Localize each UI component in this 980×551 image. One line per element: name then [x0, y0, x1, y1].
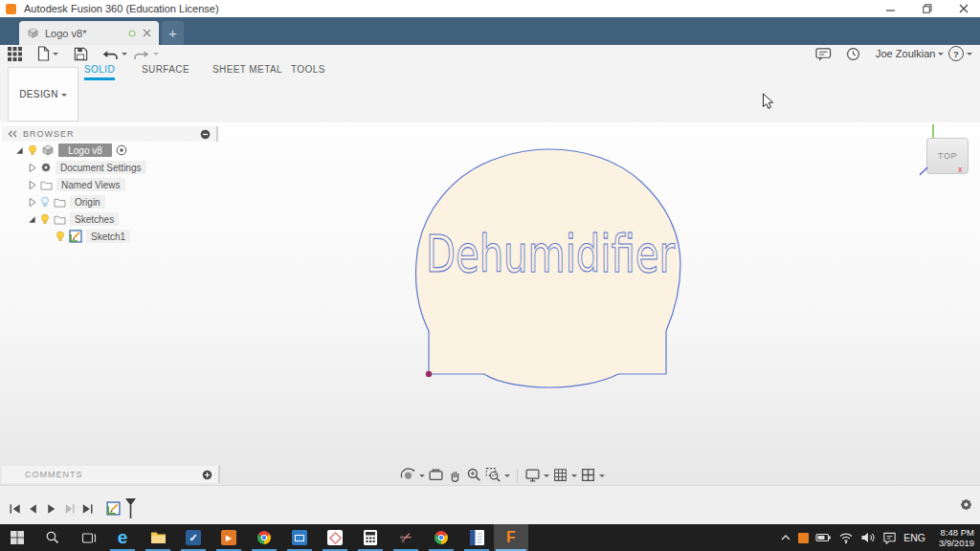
tray-language-indicator[interactable]: ENG — [903, 532, 925, 543]
tree-item-label[interactable]: Sketches — [70, 212, 119, 226]
timeline-bar — [0, 485, 980, 525]
taskbar-app-media[interactable]: ▶ — [212, 524, 246, 551]
timeline-feature-sketch1[interactable] — [106, 501, 121, 516]
visibility-bulb-on-icon[interactable] — [40, 213, 50, 226]
sketch-origin-point[interactable] — [426, 371, 432, 377]
start-button[interactable] — [0, 524, 34, 551]
tree-item-origin[interactable]: Origin — [2, 193, 218, 210]
taskbar-app-file-explorer[interactable] — [141, 524, 175, 551]
tree-item-label[interactable]: Origin — [70, 195, 105, 209]
navbar-divider — [517, 469, 518, 482]
tab-sheet-metal[interactable]: SHEET METAL — [212, 64, 282, 77]
redo-button[interactable] — [133, 46, 159, 61]
tree-item-document-settings[interactable]: Document Settings — [2, 159, 218, 176]
tree-item-label[interactable]: Document Settings — [56, 161, 146, 174]
grid-snap-tool[interactable] — [552, 467, 577, 483]
help-menu[interactable]: ? — [948, 46, 972, 61]
taskbar-app-calculator[interactable] — [353, 524, 388, 551]
taskbar-app-fusion360[interactable]: F — [494, 524, 528, 551]
close-button[interactable] — [949, 0, 978, 17]
document-tab-bar: Logo v8* + — [0, 17, 980, 45]
feedback-icon[interactable] — [815, 46, 832, 61]
orbit-tool[interactable] — [400, 467, 425, 483]
tray-fusion-icon[interactable] — [798, 533, 809, 543]
undo-button[interactable] — [101, 46, 127, 61]
sketch-text[interactable]: Dehumidifier — [426, 224, 676, 284]
expand-icon[interactable] — [15, 146, 24, 155]
tray-action-center-icon[interactable] — [882, 531, 897, 544]
job-status-clock-icon[interactable] — [846, 46, 860, 61]
tree-item-root[interactable]: Logo v8 — [2, 142, 218, 159]
collapse-icon[interactable] — [28, 163, 36, 173]
tray-wifi-icon[interactable] — [838, 531, 854, 544]
display-settings-tool[interactable] — [524, 467, 549, 483]
activate-component-radio[interactable] — [116, 144, 127, 156]
taskbar-app-snipping-tool[interactable]: ✂ — [389, 524, 423, 551]
collapse-icon[interactable] — [28, 197, 36, 208]
taskbar-app-document[interactable] — [459, 524, 494, 551]
document-tab[interactable]: Logo v8* — [19, 21, 159, 45]
viewports-tool[interactable] — [580, 467, 605, 483]
user-account-menu[interactable]: Joe Zoulkian — [876, 46, 944, 61]
tree-item-label[interactable]: Logo v8 — [58, 143, 112, 157]
tray-clock[interactable]: 8:48 PM 3/9/2019 — [932, 527, 974, 548]
taskbar-app-check[interactable]: ✓ — [176, 524, 211, 551]
file-menu-caret — [53, 53, 58, 58]
panel-options-icon[interactable] — [200, 129, 211, 140]
save-button[interactable] — [74, 46, 88, 61]
taskbar-app-brackets[interactable] — [282, 524, 317, 551]
expand-icon[interactable] — [28, 215, 36, 224]
tab-surface[interactable]: SURFACE — [142, 64, 189, 77]
tree-item-label[interactable]: Named Views — [56, 178, 125, 191]
redo-caret[interactable] — [153, 53, 159, 58]
tree-item-sketch1[interactable]: Sketch1 — [2, 228, 218, 245]
taskbar-search-icon[interactable] — [35, 524, 70, 551]
tray-date: 3/9/2019 — [939, 538, 974, 548]
undo-caret[interactable] — [122, 53, 127, 58]
tab-solid[interactable]: SOLID — [84, 64, 115, 80]
help-icon: ? — [948, 46, 964, 61]
collapse-panel-icon[interactable] — [8, 130, 17, 138]
workspace-selector[interactable]: DESIGN — [8, 67, 78, 121]
look-at-tool[interactable] — [428, 467, 444, 483]
visibility-bulb-on-icon[interactable] — [56, 231, 65, 243]
new-tab-button[interactable]: + — [162, 21, 184, 45]
close-tab-icon[interactable] — [143, 29, 151, 37]
restore-button[interactable] — [913, 0, 942, 17]
timeline-play-button[interactable] — [44, 501, 58, 517]
timeline-go-to-end-button[interactable] — [80, 501, 95, 517]
taskbar-app-edge[interactable]: e — [105, 524, 140, 551]
taskbar-app-chrome-2[interactable] — [424, 524, 458, 551]
folder-icon — [40, 180, 53, 190]
viewcube-face-label[interactable]: TOP — [938, 151, 957, 161]
taskbar-app-photo[interactable] — [318, 524, 352, 551]
tree-item-label[interactable]: Sketch1 — [86, 230, 130, 243]
app-grid-icon[interactable] — [8, 46, 22, 61]
minimize-button[interactable] — [877, 0, 905, 17]
zoom-window-tool[interactable] — [485, 467, 510, 483]
task-view-icon[interactable] — [71, 524, 105, 551]
add-comment-icon[interactable] — [202, 470, 212, 480]
pan-tool[interactable] — [447, 467, 463, 483]
taskbar-app-chrome[interactable] — [247, 524, 281, 551]
comments-panel[interactable]: COMMENTS — [2, 466, 220, 483]
collapse-icon[interactable] — [28, 180, 36, 190]
timeline-go-to-start-button[interactable] — [8, 501, 22, 517]
visibility-bulb-off-icon[interactable] — [40, 196, 50, 209]
tab-tools[interactable]: TOOLS — [291, 64, 325, 77]
file-menu-button[interactable] — [36, 46, 58, 61]
tree-item-named-views[interactable]: Named Views — [2, 176, 218, 193]
timeline-step-forward-button[interactable] — [62, 501, 77, 517]
model-viewport[interactable]: Dehumidifier BROWSER Logo v8 — [0, 122, 980, 485]
tray-battery-icon[interactable] — [815, 531, 832, 544]
tree-item-sketches[interactable]: Sketches — [2, 210, 218, 228]
visibility-bulb-on-icon[interactable] — [28, 144, 37, 157]
system-tray: ENG 8:48 PM 3/9/2019 — [780, 524, 980, 551]
mouse-cursor — [762, 93, 774, 111]
tray-show-hidden-icon[interactable] — [780, 533, 791, 542]
timeline-step-back-button[interactable] — [26, 501, 40, 517]
timeline-settings-gear-icon[interactable] — [959, 497, 973, 512]
tray-volume-icon[interactable] — [860, 531, 876, 544]
zoom-tool[interactable] — [466, 467, 482, 483]
timeline-position-marker[interactable] — [124, 497, 137, 519]
